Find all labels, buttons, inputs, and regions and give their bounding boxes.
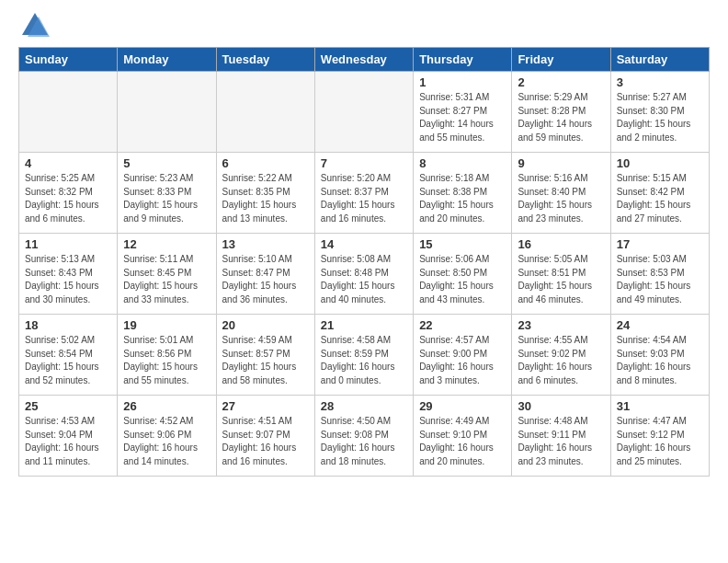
day-info-line: and 13 minutes.: [222, 213, 309, 226]
day-number: 28: [321, 399, 407, 413]
day-number: 23: [518, 318, 604, 332]
calendar-cell: 16Sunrise: 5:05 AMSunset: 8:51 PMDayligh…: [512, 234, 610, 315]
day-info-line: Daylight: 15 hours: [222, 199, 309, 213]
calendar-header-tuesday: Tuesday: [216, 48, 314, 72]
calendar-cell: 15Sunrise: 5:06 AMSunset: 8:50 PMDayligh…: [414, 234, 512, 315]
day-info-line: and 33 minutes.: [123, 293, 210, 307]
day-info-line: Daylight: 16 hours: [25, 442, 111, 455]
day-info-line: Sunrise: 5:02 AM: [25, 334, 111, 348]
day-info-line: and 30 minutes.: [25, 293, 111, 307]
calendar-cell: 11Sunrise: 5:13 AMSunset: 8:43 PMDayligh…: [19, 234, 118, 315]
day-info-line: Daylight: 16 hours: [222, 442, 309, 455]
day-info-line: Sunset: 9:00 PM: [419, 348, 506, 362]
calendar-header-friday: Friday: [512, 48, 610, 72]
day-info-line: Sunrise: 5:23 AM: [123, 172, 210, 186]
day-info-line: and 18 minutes.: [321, 455, 407, 469]
day-info-line: Sunrise: 5:20 AM: [321, 172, 407, 186]
day-info-line: and 25 minutes.: [617, 455, 703, 469]
day-info-line: and 6 minutes.: [25, 213, 111, 226]
day-info-line: and 6 minutes.: [518, 374, 604, 388]
day-info-line: Sunrise: 5:06 AM: [419, 253, 506, 267]
day-number: 18: [25, 318, 111, 332]
day-info-line: Sunrise: 4:53 AM: [25, 415, 111, 429]
day-info-line: Sunset: 8:59 PM: [321, 348, 407, 362]
logo-icon: [18, 9, 51, 42]
day-info-line: Sunrise: 5:15 AM: [617, 172, 703, 186]
calendar-cell: [19, 72, 118, 153]
day-info-line: Sunset: 8:57 PM: [222, 348, 309, 362]
day-info-line: Daylight: 15 hours: [617, 199, 703, 213]
day-number: 6: [222, 156, 309, 170]
day-info-line: Sunrise: 5:03 AM: [617, 253, 703, 267]
calendar-cell: 17Sunrise: 5:03 AMSunset: 8:53 PMDayligh…: [610, 234, 709, 315]
day-info-line: Daylight: 15 hours: [419, 199, 506, 213]
day-info-line: Sunrise: 4:51 AM: [222, 415, 309, 429]
day-info-line: Sunset: 9:07 PM: [222, 429, 309, 442]
day-info-line: Daylight: 16 hours: [419, 442, 506, 455]
day-number: 22: [419, 318, 506, 332]
calendar-cell: 12Sunrise: 5:11 AMSunset: 8:45 PMDayligh…: [118, 234, 216, 315]
calendar-cell: 13Sunrise: 5:10 AMSunset: 8:47 PMDayligh…: [216, 234, 314, 315]
day-info-line: Sunrise: 5:22 AM: [222, 172, 309, 186]
calendar-cell: 9Sunrise: 5:16 AMSunset: 8:40 PMDaylight…: [512, 153, 610, 234]
day-info-line: Sunrise: 4:58 AM: [321, 334, 407, 348]
day-number: 9: [518, 156, 604, 170]
calendar-cell: 10Sunrise: 5:15 AMSunset: 8:42 PMDayligh…: [610, 153, 709, 234]
calendar-cell: 29Sunrise: 4:49 AMSunset: 9:10 PMDayligh…: [414, 396, 512, 477]
day-info-line: and 36 minutes.: [222, 293, 309, 307]
day-info-line: Sunset: 9:03 PM: [617, 348, 703, 362]
day-info-line: Daylight: 16 hours: [518, 442, 604, 455]
day-number: 21: [321, 318, 407, 332]
day-number: 5: [123, 156, 210, 170]
day-info-line: Sunset: 8:27 PM: [419, 105, 506, 119]
day-number: 30: [518, 399, 604, 413]
calendar-cell: 6Sunrise: 5:22 AMSunset: 8:35 PMDaylight…: [216, 153, 314, 234]
calendar-cell: 2Sunrise: 5:29 AMSunset: 8:28 PMDaylight…: [512, 72, 610, 153]
day-info-line: Daylight: 16 hours: [617, 361, 703, 374]
day-info-line: Sunset: 9:08 PM: [321, 429, 407, 442]
day-info-line: Sunrise: 5:16 AM: [518, 172, 604, 186]
calendar-cell: 14Sunrise: 5:08 AMSunset: 8:48 PMDayligh…: [314, 234, 413, 315]
day-info-line: Sunrise: 5:10 AM: [222, 253, 309, 267]
day-info-line: Daylight: 15 hours: [25, 280, 111, 293]
day-info-line: Sunrise: 4:50 AM: [321, 415, 407, 429]
calendar-cell: 4Sunrise: 5:25 AMSunset: 8:32 PMDaylight…: [19, 153, 118, 234]
day-info-line: Sunrise: 5:31 AM: [419, 91, 506, 105]
calendar-cell: 30Sunrise: 4:48 AMSunset: 9:11 PMDayligh…: [512, 396, 610, 477]
calendar-week-2: 4Sunrise: 5:25 AMSunset: 8:32 PMDaylight…: [19, 153, 710, 234]
calendar-week-4: 18Sunrise: 5:02 AMSunset: 8:54 PMDayligh…: [19, 315, 710, 396]
day-info-line: Sunset: 8:48 PM: [321, 267, 407, 281]
day-info-line: Sunrise: 4:47 AM: [617, 415, 703, 429]
day-info-line: Sunset: 9:12 PM: [617, 429, 703, 442]
day-info-line: Daylight: 15 hours: [518, 199, 604, 213]
day-info-line: and 58 minutes.: [222, 374, 309, 388]
day-info-line: and 9 minutes.: [123, 213, 210, 226]
logo: [18, 9, 55, 42]
day-info-line: Sunrise: 5:13 AM: [25, 253, 111, 267]
day-info-line: and 46 minutes.: [518, 293, 604, 307]
calendar-cell: 8Sunrise: 5:18 AMSunset: 8:38 PMDaylight…: [414, 153, 512, 234]
day-info-line: and 49 minutes.: [617, 293, 703, 307]
day-info-line: and 23 minutes.: [518, 455, 604, 469]
day-info-line: Sunset: 8:43 PM: [25, 267, 111, 281]
day-info-line: Sunrise: 5:27 AM: [617, 91, 703, 105]
day-number: 19: [123, 318, 210, 332]
day-info-line: Sunset: 8:42 PM: [617, 186, 703, 200]
day-info-line: Daylight: 15 hours: [123, 280, 210, 293]
day-info-line: Sunset: 8:37 PM: [321, 186, 407, 200]
day-info-line: Daylight: 16 hours: [518, 361, 604, 374]
day-info-line: Sunrise: 5:01 AM: [123, 334, 210, 348]
day-info-line: Daylight: 15 hours: [617, 118, 703, 132]
day-info-line: Daylight: 16 hours: [321, 442, 407, 455]
header: [0, 0, 728, 47]
day-number: 25: [25, 399, 111, 413]
day-number: 3: [617, 75, 703, 89]
day-info-line: and 8 minutes.: [617, 374, 703, 388]
day-info-line: Daylight: 15 hours: [321, 280, 407, 293]
day-info-line: Sunset: 8:51 PM: [518, 267, 604, 281]
day-info-line: Sunrise: 5:05 AM: [518, 253, 604, 267]
calendar-cell: 22Sunrise: 4:57 AMSunset: 9:00 PMDayligh…: [414, 315, 512, 396]
day-number: 24: [617, 318, 703, 332]
day-info-line: Sunset: 8:40 PM: [518, 186, 604, 200]
day-info-line: Sunrise: 5:11 AM: [123, 253, 210, 267]
